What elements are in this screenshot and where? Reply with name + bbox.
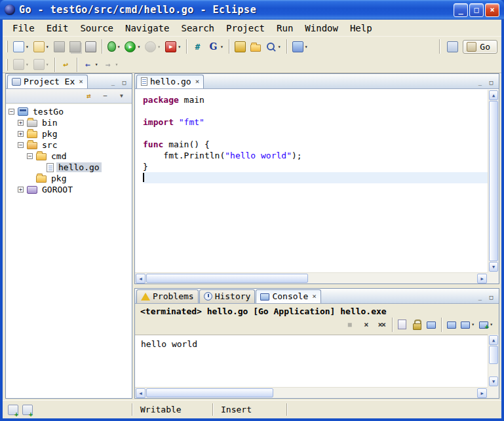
tab-hello-go[interactable]: hello.go × [136, 75, 204, 88]
open-console-button[interactable]: ▾ [477, 318, 495, 331]
run-button[interactable]: ▶▾ [123, 39, 142, 54]
minimize-view-button[interactable]: _ [475, 292, 485, 301]
dropdown-arrow-icon[interactable]: ▾ [490, 321, 493, 327]
debug-button[interactable]: ▾ [106, 39, 123, 54]
go-perspective-button[interactable]: Go [463, 40, 497, 54]
team-sync-button[interactable]: ▾ [290, 39, 310, 54]
menu-item-navigate[interactable]: Navigate [119, 21, 175, 35]
toolbar-grip[interactable] [6, 41, 8, 52]
clear-console-button[interactable] [396, 318, 408, 331]
scroll-right-icon[interactable]: ▶ [477, 274, 487, 284]
code-line-8[interactable] [143, 172, 488, 183]
open-plugin-button[interactable] [233, 39, 248, 54]
menu-item-file[interactable]: File [7, 21, 41, 35]
tree-item-goroot[interactable]: +GOROOT [6, 184, 132, 195]
scrollbar-thumb[interactable] [489, 346, 498, 364]
tree-item-bin[interactable]: +bin [6, 117, 132, 128]
dropdown-arrow-icon[interactable]: ▾ [117, 44, 121, 50]
close-tab-icon[interactable]: × [79, 77, 83, 86]
menu-item-window[interactable]: Window [299, 21, 344, 35]
expand-toggle-icon[interactable]: + [18, 120, 24, 126]
tab-console[interactable]: Console× [256, 289, 320, 303]
code-editor[interactable]: package mainimport "fmt"func main() { fm… [135, 90, 488, 272]
view-menu-button[interactable]: ▼ [115, 89, 128, 103]
dropdown-arrow-icon[interactable]: ▾ [220, 44, 223, 50]
new-wizard-button[interactable]: ▾ [11, 39, 31, 54]
tab-history[interactable]: History [199, 289, 256, 303]
code-line-5[interactable]: func main() { [143, 139, 488, 150]
dropdown-arrow-icon[interactable]: ▾ [26, 44, 29, 50]
dropdown-arrow-icon[interactable]: ▾ [137, 44, 140, 50]
menu-item-help[interactable]: Help [344, 21, 378, 35]
dropdown-arrow-icon[interactable]: ▾ [305, 44, 308, 50]
fast-view-icon[interactable] [8, 405, 18, 415]
collapse-toggle-icon[interactable]: − [27, 153, 33, 159]
toolbar-grip[interactable] [6, 59, 8, 71]
word-wrap-button[interactable] [425, 318, 438, 331]
remove-all-launches-button[interactable]: ×× [374, 317, 389, 332]
code-line-1[interactable]: package main [143, 94, 488, 105]
close-tab-icon[interactable]: × [312, 292, 317, 301]
maximize-view-button[interactable]: □ [486, 77, 496, 86]
code-line-6[interactable]: fmt.Println("hello world"); [143, 150, 488, 161]
maximize-button[interactable]: □ [469, 3, 484, 17]
scroll-right-icon[interactable]: ▶ [477, 388, 487, 398]
maximize-view-button[interactable]: □ [486, 292, 496, 301]
code-line-7[interactable]: } [143, 161, 488, 172]
remove-launch-button[interactable]: × [358, 317, 373, 332]
tab-problems[interactable]: Problems [136, 289, 199, 303]
new-go-app-button[interactable]: # [190, 39, 205, 54]
scroll-lock-button[interactable] [409, 317, 424, 332]
tree-item-testgo[interactable]: −testGo [6, 106, 132, 117]
code-line-3[interactable]: import "fmt" [143, 117, 488, 128]
print-button[interactable] [83, 39, 98, 54]
dropdown-arrow-icon[interactable]: ▾ [278, 44, 281, 50]
scroll-left-icon[interactable]: ◀ [136, 388, 145, 398]
tree-item-pkg[interactable]: +pkg [6, 128, 132, 139]
new-element-button[interactable]: ▾ [31, 39, 51, 54]
pin-console-button[interactable] [445, 318, 458, 331]
maximize-view-button[interactable]: □ [119, 77, 129, 86]
collapse-toggle-icon[interactable]: − [9, 109, 14, 115]
code-line-4[interactable] [143, 128, 488, 139]
dropdown-arrow-icon[interactable]: ▾ [46, 44, 49, 50]
scroll-up-icon[interactable]: ▲ [489, 90, 498, 100]
expand-toggle-icon[interactable]: + [18, 187, 24, 192]
link-with-editor-button[interactable]: ⇄ [82, 89, 96, 103]
menu-item-search[interactable]: Search [175, 21, 220, 35]
code-line-2[interactable] [143, 105, 488, 117]
editor-vertical-scrollbar[interactable]: ▲ ▼ [488, 90, 499, 272]
close-editor-tab-icon[interactable]: × [195, 77, 200, 86]
last-edit-location-button[interactable]: ↩ [58, 57, 73, 72]
close-button[interactable]: × [485, 3, 499, 17]
console-vertical-scrollbar[interactable]: ▲ ▼ [488, 335, 499, 387]
dropdown-arrow-icon[interactable]: ▾ [471, 321, 475, 327]
minimize-view-button[interactable]: _ [108, 77, 118, 86]
open-resource-button[interactable] [248, 40, 263, 54]
tree-item-cmd[interactable]: −cmd [6, 151, 132, 162]
goclipse-button[interactable]: G▾ [206, 39, 225, 54]
tab-project-explorer[interactable]: Project Ex × [7, 75, 88, 88]
minimize-button[interactable]: _ [454, 3, 468, 17]
expand-toggle-icon[interactable]: + [18, 131, 24, 137]
collapse-toggle-icon[interactable]: − [18, 142, 24, 148]
menu-item-source[interactable]: Source [74, 21, 119, 35]
scroll-left-icon[interactable]: ◀ [136, 274, 145, 284]
dropdown-arrow-icon[interactable]: ▾ [95, 62, 98, 67]
menu-item-edit[interactable]: Edit [41, 21, 75, 35]
tree-item-pkg[interactable]: pkg [6, 173, 132, 184]
scroll-down-icon[interactable]: ▼ [489, 262, 498, 272]
open-perspective-button[interactable] [445, 39, 460, 54]
console-output-area[interactable]: hello world [135, 335, 488, 387]
scroll-up-icon[interactable]: ▲ [489, 335, 498, 345]
editor-horizontal-scrollbar[interactable]: ◀ ▶ [135, 272, 488, 284]
scrollbar-thumb[interactable] [146, 388, 273, 397]
tree-item-src[interactable]: −src [6, 139, 132, 151]
back-button[interactable]: ←▾ [81, 57, 100, 72]
console-horizontal-scrollbar[interactable]: ◀ ▶ [135, 387, 488, 398]
search-button[interactable]: ▾ [263, 39, 283, 54]
scrollbar-thumb[interactable] [489, 101, 498, 261]
scroll-down-icon[interactable]: ▼ [489, 376, 498, 386]
title-bar[interactable]: Go - testGo/src/cmd/hello.go - Eclipse _… [0, 0, 504, 20]
external-tools-button[interactable]: ▶▾ [163, 39, 183, 54]
